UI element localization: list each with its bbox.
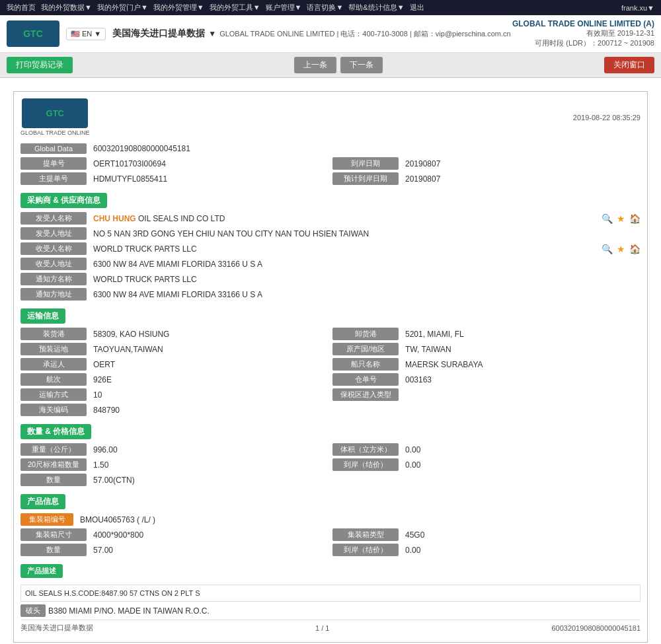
eta-right: 预计到岸日期 20190807 bbox=[332, 172, 641, 185]
carrier-row: 承运人 OERT 船只名称 MAERSK SURABAYA bbox=[20, 358, 641, 371]
container-no-label: 仓单号 bbox=[332, 373, 399, 386]
quantity-label: 数量 bbox=[20, 474, 87, 486]
main-content: GTC GLOBAL TRADE ONLINE 2019-08-22 08:35… bbox=[0, 78, 661, 644]
toolbar-right: 关闭窗口 bbox=[604, 57, 654, 73]
weight-row: 重量（公斤） 996.00 体积（立方米） 0.00 bbox=[20, 443, 641, 456]
product-description: OIL SEALS H.S.CODE:8487.90 57 CTNS ON 2 … bbox=[20, 585, 641, 602]
star-icon[interactable]: ★ bbox=[617, 213, 625, 224]
nav-logout[interactable]: 退出 bbox=[410, 3, 424, 13]
logo-text: GTC bbox=[23, 28, 43, 39]
nav-items[interactable]: 我的首页 我的外贸数据▼ 我的外贸门户▼ 我的外贸管理▼ 我的外贸工具▼ 账户管… bbox=[7, 3, 424, 13]
transport-section: 运输信息 装货港 58309, KAO HSIUNG 卸货港 5201, MIA… bbox=[20, 303, 641, 416]
consignee-search-icon[interactable]: 🔍 bbox=[602, 244, 613, 254]
shipper-section-header: 采购商 & 供应商信息 bbox=[20, 193, 107, 208]
consignee-addr-label: 收受人地址 bbox=[20, 258, 87, 270]
quantity-row: 数量 57.00(CTN) bbox=[20, 474, 641, 486]
nav-lang[interactable]: 语言切换▼ bbox=[307, 3, 343, 13]
container-no-product-label: 集装箱编号 bbox=[20, 513, 73, 526]
nav-help[interactable]: 帮助&统计信息▼ bbox=[348, 3, 404, 13]
container20-row: 20尺标准箱数量 1.50 到岸（结价） 0.00 bbox=[20, 458, 641, 471]
carrier-value: OERT bbox=[91, 359, 329, 371]
home-icon[interactable]: 🏠 bbox=[629, 213, 641, 224]
arrival-date-right: 到岸日期 20190807 bbox=[332, 157, 641, 170]
global-data-value: 6003201908080000045181 bbox=[91, 143, 641, 155]
carrier-label: 承运人 bbox=[20, 358, 87, 371]
consignee-addr-value: 6300 NW 84 AVE MIAMI FLORIDA 33166 U S A bbox=[91, 258, 641, 270]
transport-mode-row: 运输方式 10 保税区进入类型 bbox=[20, 388, 641, 401]
account-info: GLOBAL TRADE ONLINE LIMITED (A) 有效期至 201… bbox=[512, 19, 654, 48]
prev-button[interactable]: 上一条 bbox=[294, 57, 336, 73]
eta-value: 20190807 bbox=[403, 173, 641, 185]
shipper-name-label: 发受人名称 bbox=[20, 212, 87, 225]
transport-mode-label: 运输方式 bbox=[20, 388, 87, 401]
consignee-name-value: WORLD TRUCK PARTS LLC bbox=[91, 243, 602, 255]
print-button[interactable]: 打印贸易记录 bbox=[7, 57, 73, 73]
time-quota: 可用时段 (LDR）：200712 ~ 201908 bbox=[512, 38, 654, 48]
vessel-value: MAERSK SURABAYA bbox=[403, 359, 641, 371]
company-logo: GTC bbox=[7, 20, 59, 47]
page-title: 美国海关进口提单数据 bbox=[112, 28, 205, 40]
logo-left: GTC 🇺🇸 EN ▼ 美国海关进口提单数据 ▼ GLOBAL TRADE ON… bbox=[7, 20, 511, 47]
consignee-name-label: 收受人名称 bbox=[20, 242, 87, 255]
nav-export-mgmt[interactable]: 我的外贸管理▼ bbox=[153, 3, 204, 13]
discharge-port-label: 卸货港 bbox=[332, 328, 399, 340]
master-bill-row: 主提单号 HDMUTYFL0855411 预计到岸日期 20190807 bbox=[20, 172, 641, 185]
back-row: 破头 B380 MIAMI P/NO. MADE IN TAIWAN R.O.C… bbox=[20, 604, 641, 617]
weight-value: 996.00 bbox=[91, 444, 329, 456]
nav-export-portal[interactable]: 我的外贸门户▼ bbox=[97, 3, 148, 13]
nav-home[interactable]: 我的首页 bbox=[7, 3, 36, 13]
flag-icon: 🇺🇸 bbox=[71, 30, 80, 38]
bill-label: 提单号 bbox=[20, 157, 87, 170]
pagination-row: 美国海关进口提单数据 1 / 1 6003201908080000045181 bbox=[20, 620, 641, 635]
customs-label: 海关编码 bbox=[20, 404, 87, 416]
volume-value: 0.00 bbox=[403, 444, 641, 456]
top-toolbar: 打印贸易记录 上一条 下一条 关闭窗口 bbox=[0, 53, 661, 78]
nav-export-tools[interactable]: 我的外贸工具▼ bbox=[210, 3, 260, 13]
close-button[interactable]: 关闭窗口 bbox=[604, 57, 654, 73]
bill-left: 提单号 OERT101703I00694 bbox=[20, 157, 329, 170]
search-icon[interactable]: 🔍 bbox=[602, 213, 613, 224]
shipper-section: 采购商 & 供应商信息 发受人名称 CHU HUNG OIL SEALS IND… bbox=[20, 188, 641, 301]
doc-logo-sub: GLOBAL TRADE ONLINE bbox=[20, 129, 90, 136]
nav-account[interactable]: 账户管理▼ bbox=[266, 3, 302, 13]
container-size-value: 4000*900*800 bbox=[91, 529, 329, 541]
consignee-home-icon[interactable]: 🏠 bbox=[629, 244, 641, 254]
customs-value: 848790 bbox=[91, 404, 641, 416]
bill-row: 提单号 OERT101703I00694 到岸日期 20190807 bbox=[20, 157, 641, 170]
weight-label: 重量（公斤） bbox=[20, 443, 87, 456]
container-no-product-row: 集装箱编号 BMOU4065763 ( /L/ ) bbox=[20, 513, 641, 526]
company-contact: GLOBAL TRADE ONLINE LIMITED | 电话：400-710… bbox=[219, 29, 511, 39]
voyage-label: 航次 bbox=[20, 373, 87, 386]
product-quantity-value: 57.00 bbox=[91, 544, 329, 556]
quantity-section-header: 数量 & 价格信息 bbox=[20, 424, 91, 439]
loading-port-label: 装货港 bbox=[20, 328, 87, 340]
voyage-value: 926E bbox=[91, 374, 329, 386]
next-button[interactable]: 下一条 bbox=[340, 57, 383, 73]
voyage-row: 航次 926E 仓单号 003163 bbox=[20, 373, 641, 386]
shipper-icons: 🔍 ★ 🏠 bbox=[602, 213, 641, 224]
nav-mydata[interactable]: 我的外贸数据▼ bbox=[41, 3, 92, 13]
container-size-row: 集装箱尺寸 4000*900*800 集装箱类型 45G0 bbox=[20, 528, 641, 541]
container-type-value: 45G0 bbox=[403, 529, 641, 541]
volume-label: 体积（立方米） bbox=[332, 443, 399, 456]
notify-addr-value: 6300 NW 84 AVE MIAMI FLORIDA 33166 U S A bbox=[91, 289, 641, 301]
language-selector[interactable]: 🇺🇸 EN ▼ bbox=[66, 28, 106, 40]
back-value: B380 MIAMI P/NO. MADE IN TAIWAN R.O.C. bbox=[46, 605, 641, 617]
loading-place-label: 预装运地 bbox=[20, 343, 87, 355]
page-title-arrow[interactable]: ▼ bbox=[208, 29, 216, 38]
shipper-addr-row: 发受人地址 NO 5 NAN 3RD GONG YEH CHIU NAN TOU… bbox=[20, 227, 641, 240]
consignee-star-icon[interactable]: ★ bbox=[617, 244, 625, 254]
quantity-value: 57.00(CTN) bbox=[91, 474, 641, 486]
shipper-name-row: 发受人名称 CHU HUNG OIL SEALS IND CO LTD 🔍 ★ … bbox=[20, 212, 641, 225]
user-info[interactable]: frank.xu▼ bbox=[621, 4, 654, 12]
consignee-name-row: 收受人名称 WORLD TRUCK PARTS LLC 🔍 ★ 🏠 bbox=[20, 242, 641, 255]
transport-mode-value: 10 bbox=[91, 389, 329, 401]
product-quantity-row: 数量 57.00 到岸（结价） 0.00 bbox=[20, 544, 641, 556]
customs-row: 海关编码 848790 bbox=[20, 404, 641, 416]
unit-price-value: 0.00 bbox=[403, 459, 641, 471]
discharge-port-value: 5201, MIAMI, FL bbox=[403, 328, 641, 340]
pagination-label: 美国海关进口提单数据 bbox=[20, 623, 93, 633]
nav-buttons: 上一条 下一条 bbox=[294, 57, 383, 73]
notify-name-label: 通知方名称 bbox=[20, 273, 87, 285]
product-quantity-label: 数量 bbox=[20, 544, 87, 556]
